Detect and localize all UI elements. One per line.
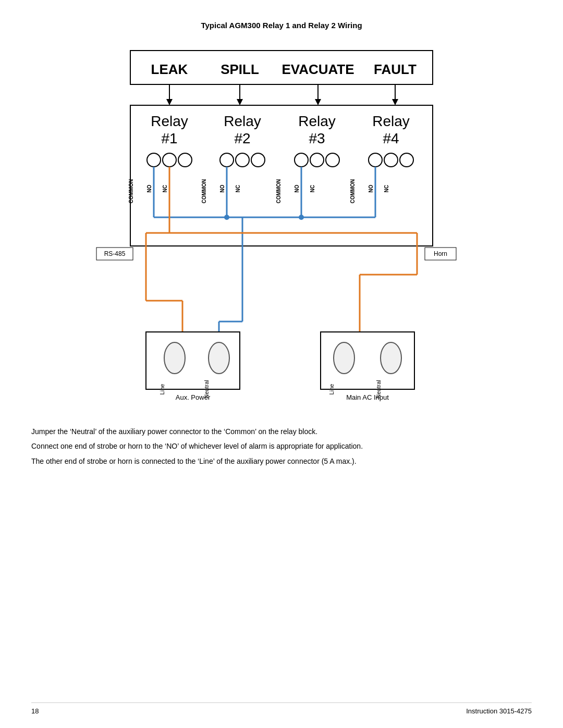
svg-text:Horn: Horn: [434, 250, 447, 257]
svg-text:EVACUATE: EVACUATE: [282, 61, 354, 77]
svg-point-30: [326, 153, 339, 167]
svg-text:COMMON: COMMON: [128, 179, 134, 204]
svg-text:COMMON: COMMON: [276, 179, 282, 204]
svg-text:NO: NO: [368, 184, 374, 192]
svg-point-26: [236, 153, 249, 167]
svg-text:NO: NO: [294, 184, 300, 192]
svg-text:Line: Line: [159, 384, 165, 395]
svg-point-72: [209, 342, 229, 374]
text-para-3: The other end of strobe or horn is conne…: [31, 455, 500, 467]
svg-text:NC: NC: [310, 185, 315, 192]
svg-point-71: [164, 342, 185, 374]
svg-point-27: [251, 153, 265, 167]
svg-text:Relay: Relay: [224, 113, 261, 129]
svg-text:COMMON: COMMON: [201, 179, 207, 204]
svg-text:LEAK: LEAK: [151, 61, 188, 77]
svg-text:Line: Line: [328, 384, 335, 395]
svg-marker-10: [315, 99, 321, 105]
svg-point-32: [384, 153, 398, 167]
diagram-container: LEAK SPILL EVACUATE FAULT: [78, 45, 485, 421]
svg-point-22: [147, 153, 161, 167]
svg-text:NC: NC: [384, 185, 389, 192]
svg-text:#1: #1: [161, 130, 177, 146]
svg-point-23: [163, 153, 176, 167]
svg-text:Aux. Power: Aux. Power: [176, 393, 211, 401]
svg-text:FAULT: FAULT: [374, 61, 417, 77]
svg-point-31: [369, 153, 382, 167]
footer-instruction: Instruction 3015-4275: [466, 707, 532, 715]
wiring-diagram: LEAK SPILL EVACUATE FAULT: [78, 45, 485, 421]
svg-text:Relay: Relay: [151, 113, 188, 129]
svg-text:Relay: Relay: [372, 113, 410, 129]
svg-text:NO: NO: [219, 184, 225, 192]
svg-point-28: [295, 153, 308, 167]
svg-marker-6: [166, 99, 173, 105]
svg-text:SPILL: SPILL: [221, 61, 259, 77]
diagram-area: LEAK SPILL EVACUATE FAULT: [31, 45, 532, 421]
text-para-1: Jumper the ‘Neutral’ of the auxiliary po…: [31, 426, 500, 437]
svg-text:Relay: Relay: [298, 113, 336, 129]
svg-point-78: [381, 342, 401, 374]
svg-marker-8: [237, 99, 243, 105]
text-para-2: Connect one end of strobe or horn to the…: [31, 440, 500, 452]
svg-point-33: [400, 153, 413, 167]
svg-text:RS-485: RS-485: [104, 250, 126, 257]
svg-point-77: [334, 342, 354, 374]
text-section: Jumper the ‘Neutral’ of the auxiliary po…: [31, 426, 500, 467]
page: Typical AGM300 Relay 1 and Relay 2 Wirin…: [0, 0, 563, 728]
svg-text:NC: NC: [235, 185, 241, 192]
svg-text:#3: #3: [309, 130, 325, 146]
svg-text:#2: #2: [234, 130, 250, 146]
svg-point-29: [310, 153, 324, 167]
svg-text:NC: NC: [162, 185, 168, 192]
svg-text:NO: NO: [146, 184, 152, 192]
page-title: Typical AGM300 Relay 1 and Relay 2 Wirin…: [31, 21, 532, 30]
svg-text:#4: #4: [383, 130, 399, 146]
svg-point-24: [178, 153, 192, 167]
svg-text:COMMON: COMMON: [350, 179, 356, 204]
footer: 18 Instruction 3015-4275: [31, 702, 532, 715]
svg-text:Main AC Input: Main AC Input: [346, 393, 389, 401]
svg-point-25: [220, 153, 234, 167]
svg-marker-12: [392, 99, 398, 105]
footer-page-number: 18: [31, 707, 39, 715]
